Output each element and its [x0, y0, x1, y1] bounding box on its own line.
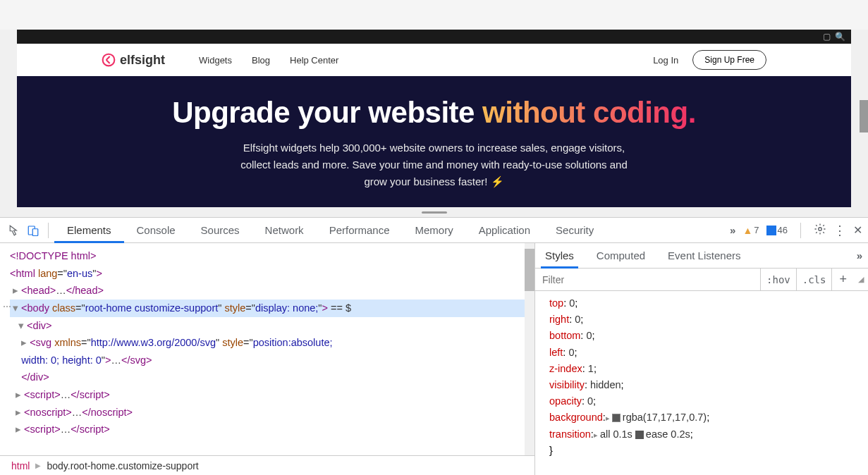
tab-elements[interactable]: Elements — [54, 218, 124, 243]
styles-panel: Styles Computed Event Listeners » :hov .… — [535, 243, 868, 475]
dom-scrollbar[interactable] — [525, 243, 534, 455]
hero-title-plain: Upgrade your website — [172, 96, 482, 129]
signup-button[interactable]: Sign Up Free — [692, 50, 766, 70]
svg-point-3 — [819, 228, 822, 231]
svg-point-0 — [103, 54, 115, 66]
styles-caret-icon[interactable]: ◢ — [854, 275, 868, 284]
preview-topbar: ▢ 🔍 — [17, 30, 851, 44]
color-swatch-icon[interactable] — [612, 414, 621, 422]
hero-section: Upgrade your website without coding. Elf… — [17, 76, 851, 207]
breadcrumb: html ▶ body.root-home.customize-support — [0, 455, 534, 475]
styles-rules[interactable]: top: 0; right: 0; bottom: 0; left: 0; z-… — [535, 291, 868, 475]
login-link[interactable]: Log In — [653, 55, 678, 66]
tab-console[interactable]: Console — [124, 218, 188, 243]
dom-tree[interactable]: <!DOCTYPE html> <html lang="en-us"> ▸<he… — [0, 243, 534, 455]
styles-filter-input[interactable] — [535, 269, 760, 290]
tab-performance[interactable]: Performance — [317, 218, 403, 243]
site-header: elfsight Widgets Blog Help Center Log In… — [17, 44, 851, 76]
nav-links: Widgets Blog Help Center — [199, 55, 338, 66]
close-devtools-icon[interactable]: ✕ — [853, 223, 862, 237]
kebab-menu-icon[interactable]: ⋮ — [833, 223, 846, 238]
messages-badge[interactable]: 46 — [766, 225, 788, 235]
crumb-body[interactable]: body.root-home.customize-support — [41, 459, 204, 473]
settings-gear-icon[interactable] — [814, 223, 826, 238]
tab-sources[interactable]: Sources — [188, 218, 252, 243]
inspect-icon[interactable] — [6, 221, 24, 240]
elfsight-logo-icon — [102, 53, 116, 67]
hov-toggle[interactable]: :hov — [760, 269, 796, 290]
preview-search-icon[interactable]: 🔍 — [835, 32, 845, 42]
more-tabs-icon[interactable]: » — [730, 224, 735, 236]
styles-more-icon[interactable]: » — [857, 249, 862, 261]
preview-user-icon[interactable]: ▢ — [823, 32, 831, 42]
resize-handle[interactable] — [0, 207, 868, 217]
styles-tabs: Styles Computed Event Listeners » — [535, 243, 868, 269]
page-preview: ▢ 🔍 elfsight Widgets Blog Help Center Lo… — [17, 30, 851, 207]
tab-memory[interactable]: Memory — [403, 218, 466, 243]
tab-event-listeners[interactable]: Event Listeners — [664, 243, 745, 269]
tab-network[interactable]: Network — [252, 218, 317, 243]
nav-blog[interactable]: Blog — [252, 55, 270, 66]
devtools-toolbar: Elements Console Sources Network Perform… — [0, 218, 868, 243]
tab-security[interactable]: Security — [543, 218, 606, 243]
styles-filter-row: :hov .cls + ◢ — [535, 269, 868, 291]
cls-toggle[interactable]: .cls — [796, 269, 832, 290]
ruler-bar — [0, 0, 868, 30]
logo-text: elfsight — [120, 53, 165, 68]
svg-rect-2 — [32, 228, 38, 235]
outer-scrollbar[interactable] — [860, 30, 868, 213]
nav-help[interactable]: Help Center — [290, 55, 338, 66]
warnings-badge[interactable]: ▲7 — [742, 225, 759, 236]
hero-title: Upgrade your website without coding. — [45, 96, 823, 130]
devtools-panel: Elements Console Sources Network Perform… — [0, 217, 868, 475]
elements-panel: <!DOCTYPE html> <html lang="en-us"> ▸<he… — [0, 243, 535, 475]
tab-application[interactable]: Application — [466, 218, 543, 243]
nav-widgets[interactable]: Widgets — [199, 55, 232, 66]
tab-computed[interactable]: Computed — [592, 243, 649, 269]
easing-icon[interactable] — [635, 431, 644, 439]
devtools-tabs: Elements Console Sources Network Perform… — [54, 218, 606, 243]
device-toggle-icon[interactable] — [24, 221, 42, 240]
tab-styles[interactable]: Styles — [541, 243, 578, 269]
hero-subtitle: Elfsight widgets help 300,000+ website o… — [45, 140, 823, 190]
crumb-html[interactable]: html — [6, 459, 35, 473]
site-logo[interactable]: elfsight — [102, 53, 165, 68]
new-style-rule-icon[interactable]: + — [831, 269, 854, 290]
hero-title-highlight: without coding. — [482, 96, 696, 129]
